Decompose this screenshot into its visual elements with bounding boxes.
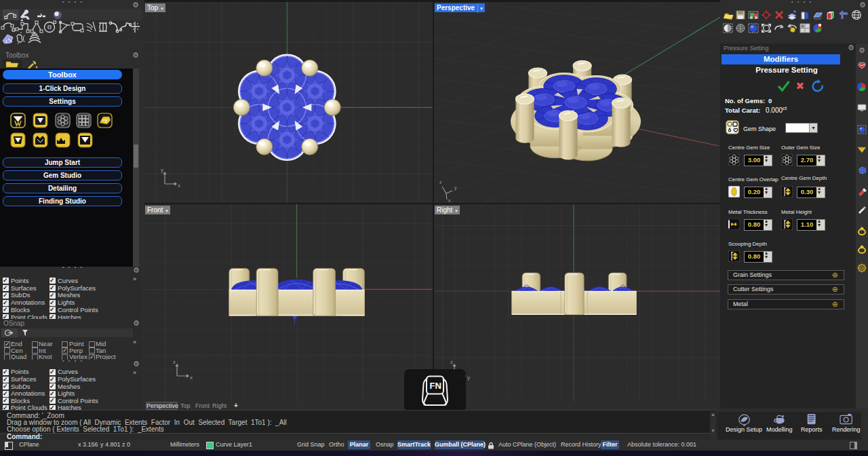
svg-text:FN: FN	[430, 381, 441, 391]
svg-text:y: y	[161, 167, 163, 173]
svg-text:z: z	[450, 359, 453, 365]
svg-text:x: x	[178, 183, 180, 189]
svg-text:y: y	[467, 375, 470, 381]
svg-text:x: x	[448, 198, 451, 203]
svg-text:⚙: ⚙	[859, 46, 865, 54]
svg-text:z: z	[173, 359, 176, 365]
svg-text:y: y	[454, 185, 457, 191]
svg-text:z: z	[439, 180, 442, 185]
svg-text:x: x	[190, 375, 193, 381]
